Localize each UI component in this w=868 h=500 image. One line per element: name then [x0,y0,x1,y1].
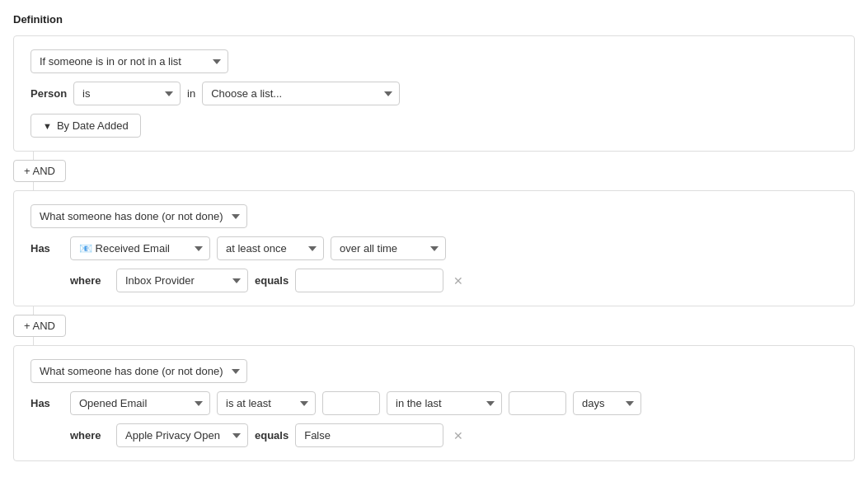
frequency-select-1[interactable]: at least once zero times exactly [217,236,324,260]
filter-icon: ▼ [43,121,52,131]
list-condition-card: If someone is in or not in a list If som… [13,35,855,152]
count-input[interactable] [322,391,380,415]
action-select-1[interactable]: 📧 Received Email Opened Email Clicked Em… [70,236,210,260]
apple-privacy-select[interactable]: Apple Privacy Open Inbox Provider Subjec… [116,423,248,447]
section-title: Definition [13,13,855,26]
action-select-2[interactable]: Opened Email Received Email Clicked Emai… [70,391,210,415]
close-button-2[interactable]: ✕ [450,429,467,442]
by-date-added-button[interactable]: ▼ By Date Added [30,114,141,138]
in-label: in [187,87,195,100]
where-label-1: where [70,274,110,287]
days-unit-select[interactable]: days weeks months [573,391,641,415]
close-button-1[interactable]: ✕ [450,274,467,287]
and-connector-1: + AND [13,152,855,190]
opened-email-card: What someone has done (or not done) Has … [13,345,855,461]
and-button-1[interactable]: + AND [13,160,66,182]
condition-type-select-2[interactable]: What someone has done (or not done) [30,204,247,228]
frequency-select-2[interactable]: is at least is at most equals [217,391,316,415]
and-button-2[interactable]: + AND [13,315,66,337]
time-select-2[interactable]: in the last over all time before [387,391,502,415]
condition-type-select-1[interactable]: If someone is in or not in a list If som… [30,49,228,73]
person-label: Person [30,87,67,100]
person-is-select[interactable]: is is not [73,82,181,105]
days-input[interactable] [509,391,566,415]
has-label-2: Has [30,397,63,409]
equals-input-1[interactable] [295,269,443,292]
inbox-provider-select[interactable]: Inbox Provider Subject From [116,269,248,292]
choose-list-select[interactable]: Choose a list... [202,82,400,105]
equals-label-2: equals [255,429,289,442]
where-label-2: where [70,429,110,442]
equals-label-1: equals [255,274,289,287]
equals-input-2[interactable] [295,423,443,447]
and-connector-2: + AND [13,306,855,345]
condition-type-select-3[interactable]: What someone has done (or not done) [30,359,247,383]
received-email-card: What someone has done (or not done) Has … [13,190,855,306]
time-select-1[interactable]: over all time in the last before [331,236,446,260]
has-label-1: Has [30,242,63,255]
